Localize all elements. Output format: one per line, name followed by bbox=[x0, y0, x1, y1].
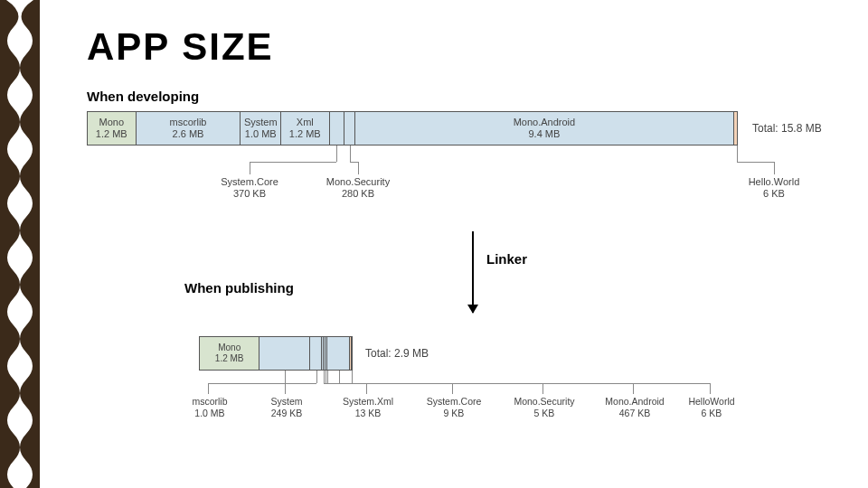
segment-system-core bbox=[330, 112, 344, 145]
callout2-mscorlib: mscorlib1.0 MB bbox=[174, 396, 246, 418]
diagram-publishing: Mono1.2 MB Total: 2.9 MB mscorlib1.0 MBS… bbox=[199, 336, 796, 371]
diagram-developing: Mono1.2 MBmscorlib2.6 MBSystem1.0 MBXml1… bbox=[87, 111, 837, 220]
segment2-mscorlib bbox=[259, 337, 309, 370]
label-linker: Linker bbox=[486, 251, 527, 267]
callout2-system: System249 KB bbox=[250, 396, 323, 418]
segment-system: System1.0 MB bbox=[241, 112, 281, 145]
callout2-mono-security: Mono.Security5 KB bbox=[508, 396, 580, 418]
sidebar-wave bbox=[6, 0, 33, 488]
callout2-mono-android: Mono.Android467 KB bbox=[599, 396, 671, 418]
segment-mono-security bbox=[344, 112, 355, 145]
callout2-system-xml: System.Xml13 KB bbox=[332, 396, 404, 418]
callout2-helloworld: HelloWorld6 KB bbox=[675, 396, 748, 418]
total-publishing: Total: 2.9 MB bbox=[365, 347, 429, 360]
segment2-helloworld bbox=[350, 337, 352, 370]
segment-mono: Mono1.2 MB bbox=[88, 112, 137, 145]
callout-mono-security: Mono.Security280 KB bbox=[322, 176, 394, 200]
segment-hello-world bbox=[734, 112, 737, 145]
slide-sidebar bbox=[0, 0, 40, 488]
callout-system-core: System.Core370 KB bbox=[213, 176, 286, 200]
segment-xml: Xml1.2 MB bbox=[281, 112, 330, 145]
segment2-mono: Mono1.2 MB bbox=[200, 337, 259, 370]
page-title: APP SIZE bbox=[87, 25, 850, 69]
bar-publishing: Mono1.2 MB bbox=[199, 336, 353, 371]
callout-hello-world: Hello.World6 KB bbox=[738, 176, 810, 200]
total-developing: Total: 15.8 MB bbox=[752, 122, 822, 135]
label-publishing: When publishing bbox=[184, 280, 294, 296]
segment2-system bbox=[310, 337, 322, 370]
segment2-mono-android bbox=[327, 337, 350, 370]
segment-mscorlib: mscorlib2.6 MB bbox=[137, 112, 241, 145]
bar-developing: Mono1.2 MBmscorlib2.6 MBSystem1.0 MBXml1… bbox=[87, 111, 738, 145]
linker-arrow-icon bbox=[472, 231, 474, 313]
segment-mono-android: Mono.Android9.4 MB bbox=[355, 112, 734, 145]
label-developing: When developing bbox=[87, 89, 850, 104]
callout2-system-core: System.Core9 KB bbox=[418, 396, 490, 418]
